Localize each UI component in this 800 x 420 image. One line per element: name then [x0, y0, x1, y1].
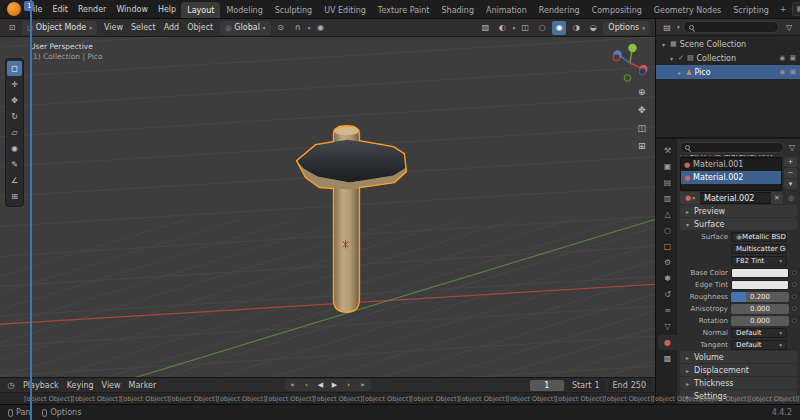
workspace-tab[interactable]: Rendering: [533, 2, 586, 18]
material-name-field[interactable]: Material.002: [700, 192, 771, 204]
outliner-row-collection[interactable]: ▾ ✓ ▧ Collection ◉ ▣: [656, 51, 800, 65]
navigation-gizmo[interactable]: [608, 41, 652, 85]
outliner-display-mode-icon[interactable]: ▤: [660, 20, 674, 34]
properties-search-input[interactable]: [680, 142, 784, 153]
workspace-tab[interactable]: Animation: [480, 2, 533, 18]
disable-render-icon[interactable]: ▣: [789, 54, 796, 62]
properties-tab[interactable]: □: [658, 239, 677, 254]
properties-tab[interactable]: ↺: [658, 287, 677, 302]
properties-tab[interactable]: ⚒: [658, 143, 677, 158]
tool-button[interactable]: ◉: [6, 141, 23, 156]
expand-icon[interactable]: ▾: [668, 55, 675, 62]
workspace-tab[interactable]: Layout: [181, 2, 220, 18]
edge-tint-swatch[interactable]: [731, 280, 789, 290]
show-gizmo-icon[interactable]: ▧: [479, 21, 493, 35]
panel-volume[interactable]: ▸ Volume: [680, 351, 797, 363]
add-material-slot-button[interactable]: +: [784, 157, 797, 167]
tool-button[interactable]: ✛: [6, 77, 23, 92]
decorator-dot[interactable]: [792, 318, 797, 323]
end-frame-field[interactable]: End 250: [608, 380, 651, 391]
material-slot[interactable]: ● Material.002: [681, 171, 781, 184]
filter-icon[interactable]: ▽: [787, 141, 797, 155]
add-workspace-button[interactable]: +: [775, 0, 792, 18]
viewport-menu-item[interactable]: Select: [127, 23, 160, 32]
transport-button[interactable]: ▶: [328, 379, 341, 391]
workspace-tab[interactable]: Shading: [435, 2, 480, 18]
outliner-row-scene-collection[interactable]: ▾ ▦ Scene Collection: [656, 37, 800, 51]
properties-tab[interactable]: ▽: [658, 319, 677, 334]
tool-button[interactable]: ✎: [6, 157, 23, 172]
timeline-menu-item[interactable]: Marker: [125, 381, 161, 390]
timeline-menu-item[interactable]: Playback: [19, 381, 63, 390]
menu-item[interactable]: Window: [111, 0, 153, 18]
expand-icon[interactable]: ▾: [660, 41, 667, 48]
tool-button[interactable]: ↻: [6, 109, 23, 124]
properties-tab[interactable]: ○: [658, 223, 677, 238]
roughness-slider[interactable]: 0.200: [731, 292, 789, 302]
properties-tab[interactable]: ⚙: [658, 255, 677, 270]
shading-wireframe-icon[interactable]: ○: [535, 21, 549, 35]
transport-button[interactable]: ◀: [314, 379, 327, 391]
menu-item[interactable]: Edit: [47, 0, 73, 18]
breadcrumb-material[interactable]: Material.002: [724, 155, 774, 156]
anisotropy-slider[interactable]: 0.000: [731, 304, 789, 314]
hammer-object[interactable]: [297, 126, 407, 312]
remove-material-slot-button[interactable]: −: [784, 168, 797, 178]
hide-viewport-icon[interactable]: ◉: [779, 68, 785, 76]
properties-tab[interactable]: ✱: [658, 271, 677, 286]
outliner-search-input[interactable]: [683, 21, 779, 33]
properties-tab[interactable]: △: [658, 207, 677, 222]
workspace-tab[interactable]: Scripting: [727, 2, 775, 18]
browse-material-button[interactable]: ●▾: [680, 192, 700, 204]
blender-logo-icon[interactable]: [7, 2, 21, 16]
distribution-dropdown[interactable]: Multiscatter GGX ▾: [731, 244, 787, 254]
panel-surface[interactable]: ▾ Surface: [680, 218, 797, 230]
3d-viewport[interactable]: User Perspective (1) Collection | Pico ◻…: [0, 37, 655, 377]
unlink-material-button[interactable]: ✕: [771, 192, 783, 204]
normal-field[interactable]: Default ▾: [731, 328, 787, 338]
timeline-menu-item[interactable]: View: [98, 381, 125, 390]
current-frame-field[interactable]: 1: [530, 380, 564, 391]
slot-specials-button[interactable]: ▾: [784, 179, 797, 189]
shading-solid-icon[interactable]: ◉: [552, 21, 566, 35]
tool-button[interactable]: ✥: [6, 93, 23, 108]
timeline-menu-item[interactable]: Keying: [63, 381, 98, 390]
workspace-tab[interactable]: Modeling: [220, 2, 268, 18]
hide-viewport-icon[interactable]: ◉: [779, 54, 785, 62]
tangent-field[interactable]: Default ▾: [731, 340, 787, 350]
transport-button[interactable]: «: [286, 379, 299, 391]
transport-button[interactable]: »: [356, 379, 369, 391]
options-dropdown[interactable]: Options ▾: [603, 21, 650, 35]
transform-orientation-dropdown[interactable]: ◎ Global ▾: [220, 21, 270, 35]
timeline-editor-type-icon[interactable]: ◷: [4, 378, 18, 392]
zoom-icon[interactable]: ⊕: [638, 87, 646, 97]
proportional-edit-icon[interactable]: ◉: [313, 21, 327, 35]
workspace-tab[interactable]: Sculpting: [269, 2, 318, 18]
workspace-tab[interactable]: Texture Paint: [372, 2, 436, 18]
editor-type-icon[interactable]: ⊡: [5, 21, 19, 35]
toggle-ortho-icon[interactable]: ⊞: [638, 141, 646, 151]
panel-preview[interactable]: ▸ Preview: [680, 205, 797, 217]
material-slot[interactable]: ● Material.001: [681, 158, 781, 171]
workspace-tab[interactable]: Compositing: [586, 2, 648, 18]
menu-item[interactable]: Render: [73, 0, 111, 18]
timeline-ruler[interactable]: [object Object][object Object][object Ob…: [0, 392, 655, 404]
material-slot-list[interactable]: ● Material.001 ● Material.002: [680, 157, 782, 191]
mode-dropdown[interactable]: ◻ Object Mode ▾: [22, 21, 97, 35]
filter-icon[interactable]: ▽: [782, 20, 796, 34]
tool-button[interactable]: ▱: [6, 125, 23, 140]
show-overlays-icon[interactable]: ◐: [496, 21, 510, 35]
base-color-swatch[interactable]: [731, 268, 789, 278]
workspace-tab[interactable]: UV Editing: [318, 2, 372, 18]
rotation-slider[interactable]: 0.000: [731, 316, 789, 326]
panel-thickness[interactable]: ▸ Thickness: [680, 377, 797, 389]
pan-view-icon[interactable]: ✥: [638, 105, 646, 115]
workspace-tab[interactable]: Geometry Nodes: [648, 2, 727, 18]
surface-shader-field[interactable]: ◉ Metallic BSDF: [731, 232, 787, 242]
properties-tab[interactable]: ▩: [658, 351, 677, 366]
tool-button[interactable]: ∠: [6, 173, 23, 188]
disable-render-icon[interactable]: ▣: [789, 68, 796, 76]
properties-tab[interactable]: ▥: [658, 191, 677, 206]
menu-item[interactable]: Help: [153, 0, 181, 18]
properties-tab[interactable]: ∞: [658, 303, 677, 318]
